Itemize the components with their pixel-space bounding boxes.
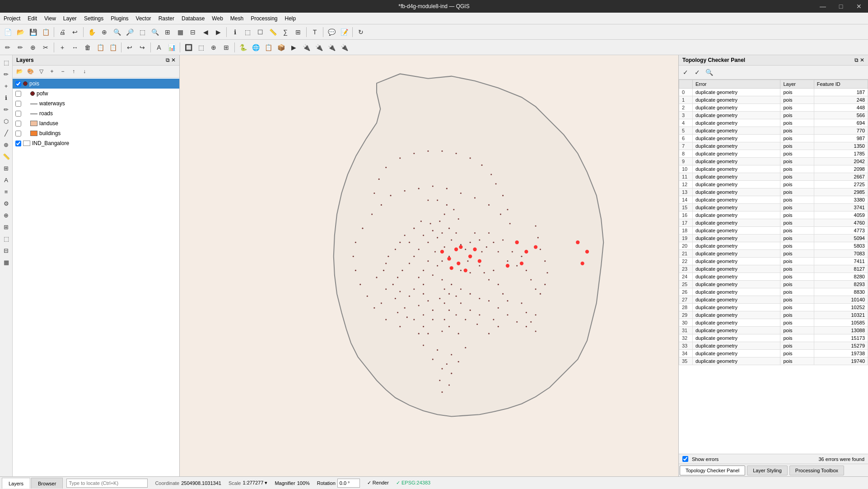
measure-button[interactable]: 📏 [267, 26, 279, 38]
crs-label[interactable]: ✓ EPSG:24383 [396, 480, 430, 486]
zoom-tool[interactable]: + [1, 80, 12, 91]
table-row[interactable]: 20 duplicate geometry pois 5803 [679, 242, 868, 250]
pan-tool[interactable]: ✏ [1, 69, 12, 80]
move-up-button[interactable]: ↑ [69, 66, 79, 76]
layers-close-button[interactable]: ✕ [171, 57, 176, 63]
paste-feature-button[interactable]: 📋 [107, 42, 119, 53]
save-project-button[interactable]: 💾 [27, 26, 39, 38]
maximize-button[interactable]: □ [832, 0, 850, 13]
extra-tool-4[interactable]: ⊟ [1, 245, 12, 256]
menu-layer[interactable]: Layer [60, 13, 80, 24]
open-layer-button[interactable]: 📂 [14, 66, 24, 76]
map-tips-button[interactable]: 💬 [326, 26, 337, 38]
new-project-button[interactable]: 📄 [2, 26, 14, 38]
close-button[interactable]: ✕ [850, 0, 868, 13]
table-row[interactable]: 3 duplicate geometry pois 566 [679, 112, 868, 119]
forms-button[interactable]: 📋 [262, 42, 274, 53]
table-row[interactable]: 5 duplicate geometry pois 770 [679, 127, 868, 135]
table-row[interactable]: 22 duplicate geometry pois 7411 [679, 258, 868, 265]
table-row[interactable]: 34 duplicate geometry pois 19738 [679, 350, 868, 357]
next-extent-button[interactable]: ▶ [212, 26, 224, 38]
table-row[interactable]: 23 duplicate geometry pois 8127 [679, 265, 868, 273]
table-row[interactable]: 2 duplicate geometry pois 448 [679, 104, 868, 112]
menu-view[interactable]: View [41, 13, 60, 24]
browser-tab[interactable]: Browser [31, 478, 63, 489]
table-row[interactable]: 28 duplicate geometry pois 10252 [679, 304, 868, 311]
annotations-button[interactable]: 📝 [338, 26, 350, 38]
menu-vector[interactable]: Vector [132, 13, 155, 24]
menu-edit[interactable]: Edit [24, 13, 41, 24]
table-button[interactable]: ⊞ [292, 26, 304, 38]
table-row[interactable]: 6 duplicate geometry pois 987 [679, 135, 868, 142]
pan-button[interactable]: ✋ [86, 26, 98, 38]
identify-tool[interactable]: ℹ [1, 92, 12, 103]
node-tool-button[interactable]: ⊕ [27, 42, 39, 53]
add-layer-button[interactable]: + [47, 66, 57, 76]
undo-button[interactable]: ↩ [69, 26, 81, 38]
move-down-button[interactable]: ↓ [79, 66, 89, 76]
remove-layer-button[interactable]: − [58, 66, 68, 76]
extra-tool-5[interactable]: ▦ [1, 257, 12, 268]
zoom-selection-button[interactable]: ▦ [174, 26, 186, 38]
measure-tool[interactable]: 📏 [1, 151, 12, 162]
menu-mesh[interactable]: Mesh [227, 13, 247, 24]
table-row[interactable]: 17 duplicate geometry pois 4760 [679, 219, 868, 227]
python-console-button[interactable]: 🐍 [237, 42, 249, 53]
layer-checkbox-pofw[interactable] [15, 91, 21, 97]
extra-tool-1[interactable]: ⊕ [1, 210, 12, 221]
deselect-button[interactable]: ☐ [254, 26, 266, 38]
zoom-in-button[interactable]: 🔍 [111, 26, 123, 38]
delete-feature-button[interactable]: 🗑 [82, 42, 93, 53]
attribute-tool[interactable]: ≡ [1, 186, 12, 197]
table-row[interactable]: 27 duplicate geometry pois 10140 [679, 296, 868, 304]
menu-web[interactable]: Web [208, 13, 226, 24]
topology-tool[interactable]: ⚙ [1, 198, 12, 209]
table-row[interactable]: 24 duplicate geometry pois 8280 [679, 273, 868, 281]
menu-project[interactable]: Project [0, 13, 24, 24]
scale-selector[interactable]: 1:277277 ▾ [243, 480, 267, 486]
print-button[interactable]: 🖨 [56, 26, 68, 38]
copy-feature-button[interactable]: 📋 [94, 42, 106, 53]
refresh-button[interactable]: ↻ [355, 26, 367, 38]
table-row[interactable]: 13 duplicate geometry pois 2985 [679, 188, 868, 196]
pan-map-button[interactable]: ⊕ [98, 26, 110, 38]
extra-tool-3[interactable]: ⬚ [1, 233, 12, 244]
zoom-single-button[interactable]: 🔍 [149, 26, 161, 38]
table-row[interactable]: 30 duplicate geometry pois 10585 [679, 319, 868, 327]
table-row[interactable]: 4 duplicate geometry pois 694 [679, 119, 868, 127]
diagram-button[interactable]: 📊 [166, 42, 177, 53]
zoom-error-button[interactable]: 🔍 [704, 67, 714, 77]
processing-toolbox-tab[interactable]: Processing Toolbox [789, 465, 844, 475]
plugin1-button[interactable]: 🔌 [300, 42, 312, 53]
layer-item-pofw[interactable]: pofw [13, 89, 179, 99]
menu-processing[interactable]: Processing [247, 13, 281, 24]
undo2-button[interactable]: ↩ [124, 42, 135, 53]
layer-item-buildings[interactable]: buildings [13, 128, 179, 138]
layer-checkbox-roads[interactable] [15, 111, 21, 117]
layers-float-button[interactable]: ⧉ [166, 57, 170, 63]
table-row[interactable]: 21 duplicate geometry pois 7083 [679, 250, 868, 258]
layer-checkbox-landuse[interactable] [15, 121, 21, 127]
identify-button[interactable]: ℹ [229, 26, 241, 38]
menu-plugins[interactable]: Plugins [107, 13, 132, 24]
layer-checkbox-pois[interactable] [15, 81, 21, 87]
menu-raster[interactable]: Raster [155, 13, 178, 24]
show-errors-checkbox[interactable] [682, 456, 688, 462]
label-tool[interactable]: A [1, 174, 12, 185]
edit-tool[interactable]: ✏ [1, 104, 12, 115]
snap-button[interactable]: 🔲 [182, 42, 194, 53]
table-row[interactable]: 35 duplicate geometry pois 19740 [679, 357, 868, 365]
plugin3-button[interactable]: 🔌 [326, 42, 337, 53]
layer-checkbox-buildings[interactable] [15, 131, 21, 136]
statistics-button[interactable]: ∑ [280, 26, 291, 38]
open-project-button[interactable]: 📂 [14, 26, 26, 38]
layer-item-IND_Bangalore[interactable]: IND_Bangalore [13, 138, 179, 148]
layer-item-pois[interactable]: pois [13, 79, 179, 89]
layer-checkbox-IND_Bangalore[interactable] [15, 141, 21, 146]
select-button[interactable]: ⬚ [242, 26, 253, 38]
menu-help[interactable]: Help [281, 13, 300, 24]
rotation-input[interactable] [337, 479, 360, 488]
label-button[interactable]: A [153, 42, 165, 53]
topo-checker-tab[interactable]: Topology Checker Panel [680, 465, 745, 475]
table-row[interactable]: 10 duplicate geometry pois 2098 [679, 165, 868, 173]
